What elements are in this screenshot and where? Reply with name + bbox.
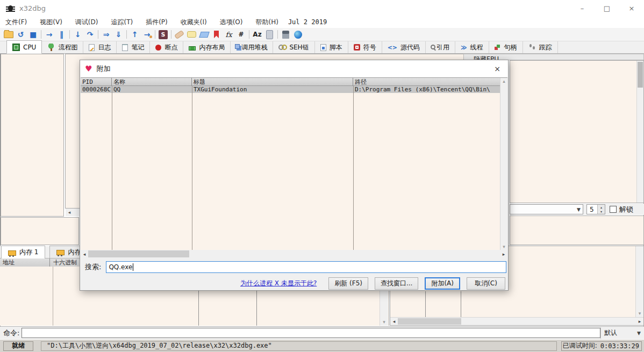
col-name[interactable]: 名称 (112, 78, 192, 86)
hash-icon[interactable]: # (235, 28, 247, 40)
attach-button[interactable]: 附加(A) (425, 277, 460, 290)
modules-icon[interactable] (263, 28, 276, 40)
dump-vscrollbar[interactable]: ▾ (380, 291, 388, 326)
tab-trace[interactable]: 跟踪 (523, 41, 558, 53)
col-title[interactable]: 标题 (192, 78, 353, 86)
debug-time-segment: 已调试时间: 0:03:33:29 (561, 341, 642, 351)
scroll-right-icon[interactable]: ▸ (636, 318, 643, 325)
search-input[interactable]: QQ.exe (106, 261, 506, 273)
labels-icon[interactable] (198, 28, 210, 40)
tab-handles[interactable]: 句柄 (489, 41, 523, 53)
dropdown-arrow-icon: ▼ (637, 331, 641, 336)
patches-icon[interactable] (173, 28, 185, 40)
step-into-icon[interactable]: ↓ (71, 28, 84, 40)
tab-cpu[interactable]: CPU (6, 40, 42, 54)
calculator-icon[interactable] (280, 28, 292, 40)
tab-symbols[interactable]: 符号 (348, 41, 382, 53)
bookmarks-icon[interactable] (210, 28, 223, 40)
scroll-left-icon[interactable]: ◂ (390, 318, 398, 325)
stack-hscrollbar[interactable]: ◂ ▸ (390, 317, 643, 325)
spin-up-icon[interactable]: ▴ (598, 205, 605, 210)
col-pid[interactable]: PID (81, 78, 112, 86)
scroll-down-icon[interactable]: ▾ (636, 310, 643, 317)
dump-col-hex[interactable]: 十六进制 (50, 258, 77, 267)
handles-icon (495, 44, 501, 51)
case-icon[interactable]: Az (251, 28, 263, 40)
tab-source[interactable]: <>源代码 (382, 41, 426, 53)
registers-view-combobox[interactable]: ▼ (510, 204, 583, 214)
col-path[interactable]: 路径 (353, 78, 500, 86)
open-file-icon[interactable] (2, 28, 15, 40)
pause-icon[interactable]: ‖ (55, 28, 68, 40)
menu-plugins[interactable]: 插件(P) (140, 17, 175, 28)
run-icon[interactable]: → (43, 28, 55, 40)
restart-icon[interactable]: ↺ (15, 28, 27, 40)
profile-combobox[interactable]: 默认 ▼ (600, 327, 644, 339)
execute-till-return-icon[interactable]: ↑ (128, 28, 141, 40)
stack-hscrollbar-thumb[interactable] (398, 318, 461, 325)
status-bar: 就绪 "D:\工具\小黑\逆向\x64dbg_2019_07_02\releas… (0, 339, 644, 352)
globe-icon[interactable] (292, 28, 304, 40)
dialog-close-button[interactable]: × (486, 60, 508, 77)
tab-memory-map[interactable]: 内存布局 (183, 41, 231, 53)
menu-view[interactable]: 视图(V) (34, 17, 70, 28)
comments-icon[interactable] (185, 28, 198, 40)
menu-options[interactable]: 选项(O) (214, 17, 251, 28)
debug-time-label: 已调试时间: (563, 341, 597, 350)
tab-dump-1[interactable]: 内存 1 (1, 246, 45, 258)
disassembly-pane[interactable] (1, 54, 64, 217)
stack-vscrollbar[interactable]: ▾ (635, 246, 643, 318)
attach-icon[interactable]: → (141, 28, 153, 40)
scroll-down-icon[interactable]: ▾ (380, 318, 388, 326)
tab-seh[interactable]: SEH链 (273, 41, 314, 53)
graph-icon (47, 44, 55, 51)
scroll-left-icon[interactable]: ◂ (66, 209, 73, 216)
why-process-hidden-link[interactable]: 为什么进程 X 未显示于此? (240, 279, 317, 288)
tab-call-stack[interactable]: 调用堆栈 (231, 41, 273, 53)
tab-breakpoints[interactable]: 断点 (150, 41, 183, 53)
tab-references[interactable]: 引用 (426, 41, 455, 53)
functions-icon[interactable]: fx (223, 28, 235, 40)
registers-vscrollbar[interactable] (636, 61, 643, 203)
spin-down-icon[interactable]: ▾ (598, 210, 605, 214)
scroll-down-icon[interactable]: ▾ (500, 243, 507, 250)
menu-file[interactable]: 文件(F) (0, 17, 34, 28)
scroll-up-icon[interactable]: ▴ (500, 78, 507, 84)
registers-pane[interactable] (510, 60, 644, 203)
tab-notes[interactable]: 笔记 (117, 41, 150, 53)
process-table-hscrollbar-thumb[interactable] (88, 250, 189, 257)
find-window-button[interactable]: 查找窗口... (375, 277, 418, 290)
status-info-pane[interactable] (1, 217, 79, 245)
maximize-button[interactable]: □ (595, 0, 619, 16)
command-input[interactable] (22, 328, 600, 338)
menu-debug[interactable]: 调试(D) (70, 17, 106, 28)
menu-bar: 文件(F) 视图(V) 调试(D) 追踪(T) 插件(P) 收藏夹(I) 选项(… (0, 16, 644, 28)
menu-trace[interactable]: 追踪(T) (105, 17, 140, 28)
tab-threads[interactable]: ≫线程 (455, 41, 489, 53)
process-table-vscrollbar[interactable]: ▴ ▾ (500, 78, 507, 250)
registers-vscrollbar-thumb[interactable] (638, 62, 643, 88)
dump-col-address[interactable]: 地址 (0, 258, 50, 267)
process-row-selected[interactable]: 0000268C QQ TXGuiFoundation D:\Program F… (81, 86, 500, 93)
arguments-pane[interactable] (510, 215, 644, 245)
close-button[interactable]: × (619, 0, 644, 16)
menu-help[interactable]: 帮助(H) (250, 17, 285, 28)
scroll-right-icon[interactable]: ▸ (500, 250, 507, 258)
animate-over-icon[interactable]: ⇓ (112, 28, 125, 40)
strings-icon[interactable]: S (157, 28, 169, 40)
tab-script[interactable]: 脚本 (315, 41, 348, 53)
cancel-button[interactable]: 取消(C) (467, 277, 505, 290)
menu-favourites[interactable]: 收藏夹(I) (175, 17, 214, 28)
scroll-left-icon[interactable]: ◂ (81, 250, 88, 258)
tab-graph[interactable]: 流程图 (42, 41, 83, 53)
attach-dialog: ♥ 附加 × PID 名称 标题 路径 0000268C QQ TXGuiFou… (80, 60, 509, 291)
step-over-icon[interactable]: ↷ (84, 28, 96, 40)
minimize-button[interactable]: – (570, 0, 595, 16)
fpu-precision-spinner[interactable]: 5 ▴▾ (586, 204, 605, 214)
stop-icon[interactable]: ■ (27, 28, 39, 40)
unlock-checkbox[interactable] (610, 206, 617, 213)
process-table-hscrollbar[interactable]: ◂ ▸ (81, 250, 507, 258)
animate-into-icon[interactable]: ⇒ (100, 28, 112, 40)
tab-log[interactable]: 日志 (83, 41, 117, 53)
refresh-button[interactable]: 刷新 (F5) (328, 277, 368, 290)
